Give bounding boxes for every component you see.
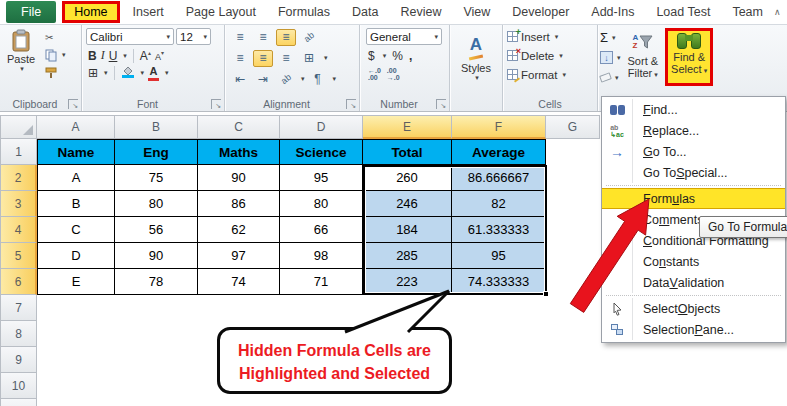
- dialog-launcher-icon[interactable]: ↘: [346, 99, 356, 109]
- dialog-launcher-icon[interactable]: ↘: [436, 99, 446, 109]
- cell-e1[interactable]: Total: [363, 139, 452, 165]
- shrink-font-button[interactable]: A▾: [155, 49, 164, 63]
- align-center-button-active[interactable]: ≡: [253, 50, 273, 67]
- clear-button[interactable]: ▾: [600, 69, 621, 86]
- increase-indent-button[interactable]: ⇥: [253, 71, 273, 88]
- cell-d5[interactable]: 98: [280, 243, 363, 269]
- text-direction-button[interactable]: ¶: [308, 71, 328, 88]
- font-size-combo[interactable]: 12▾: [176, 28, 211, 45]
- cell-d4[interactable]: 66: [280, 217, 363, 243]
- cell-a6[interactable]: E: [37, 269, 115, 295]
- tab-page-layout[interactable]: Page Layout: [175, 2, 267, 22]
- format-cells-button[interactable]: Format ▾: [505, 65, 595, 84]
- tab-insert[interactable]: Insert: [122, 2, 175, 22]
- cell-c3[interactable]: 86: [198, 191, 280, 217]
- tab-view[interactable]: View: [452, 2, 501, 22]
- menu-item-replace[interactable]: ab↳ac Replace...: [602, 120, 785, 141]
- italic-button[interactable]: I: [101, 48, 105, 63]
- accounting-format-button[interactable]: $: [368, 49, 375, 63]
- cell-b1[interactable]: Eng: [115, 139, 198, 165]
- menu-item-go-to[interactable]: → Go To...: [602, 141, 785, 162]
- cell-b3[interactable]: 80: [115, 191, 198, 217]
- column-header-b[interactable]: B: [115, 115, 198, 139]
- column-header-g[interactable]: G: [546, 115, 600, 139]
- styles-button[interactable]: A Styles ▾: [458, 27, 494, 84]
- paste-button[interactable]: Paste ▾: [2, 27, 40, 81]
- cell-a2[interactable]: A: [37, 165, 115, 191]
- menu-item-find[interactable]: Find...: [602, 99, 785, 120]
- row-header-10[interactable]: 10: [0, 373, 37, 399]
- align-right-button[interactable]: ≡: [276, 50, 296, 67]
- row-header-4-selected[interactable]: 4: [0, 217, 37, 243]
- cell-c1[interactable]: Maths: [198, 139, 280, 165]
- merge-center-button[interactable]: ⊞: [299, 50, 319, 67]
- cell-d3[interactable]: 80: [280, 191, 363, 217]
- tab-formulas[interactable]: Formulas: [267, 2, 341, 22]
- format-painter-button[interactable]: [43, 65, 69, 81]
- cell-f6[interactable]: 74.333333: [452, 269, 546, 295]
- dialog-launcher-icon[interactable]: ↘: [211, 99, 221, 109]
- cell-f2[interactable]: 86.666667: [452, 165, 546, 191]
- fill-button[interactable]: ↓▾: [600, 49, 621, 66]
- cell-b6[interactable]: 78: [115, 269, 198, 295]
- cell-b4[interactable]: 56: [115, 217, 198, 243]
- number-format-combo[interactable]: General▾: [366, 28, 442, 45]
- tab-developer[interactable]: Developer: [501, 2, 580, 22]
- cell-e3[interactable]: 246: [363, 191, 452, 217]
- cell-b5[interactable]: 90: [115, 243, 198, 269]
- menu-item-formulas-highlighted[interactable]: Formulas: [602, 188, 785, 209]
- cell-a1[interactable]: Name: [37, 139, 115, 165]
- row-header-6-selected[interactable]: 6: [0, 269, 37, 295]
- cell-f3[interactable]: 82: [452, 191, 546, 217]
- select-all-corner[interactable]: [0, 115, 37, 139]
- cut-button[interactable]: ✂: [43, 29, 69, 45]
- fill-color-button[interactable]: [121, 65, 135, 81]
- row-header-5-selected[interactable]: 5: [0, 243, 37, 269]
- orientation-button[interactable]: ab: [299, 29, 319, 46]
- tab-home-highlighted[interactable]: Home: [62, 1, 119, 23]
- column-header-c[interactable]: C: [198, 115, 280, 139]
- cell-f1[interactable]: Average: [452, 139, 546, 165]
- tab-data[interactable]: Data: [341, 2, 389, 22]
- dialog-launcher-icon[interactable]: ↘: [68, 99, 78, 109]
- row-header-3-selected[interactable]: 3: [0, 191, 37, 217]
- borders-button[interactable]: ⊞: [88, 66, 98, 80]
- menu-item-selection-pane[interactable]: Selection Pane...: [602, 319, 785, 340]
- column-header-d[interactable]: D: [280, 115, 363, 139]
- column-header-f-selected[interactable]: F: [452, 115, 546, 139]
- cell-f4[interactable]: 61.333333: [452, 217, 546, 243]
- cell-d2[interactable]: 95: [280, 165, 363, 191]
- cell-e5[interactable]: 285: [363, 243, 452, 269]
- cell-c2[interactable]: 90: [198, 165, 280, 191]
- cell-f5[interactable]: 95: [452, 243, 546, 269]
- tab-load-test[interactable]: Load Test: [645, 2, 721, 22]
- font-color-button[interactable]: A: [148, 66, 159, 81]
- align-bottom-button-active[interactable]: ≡: [276, 29, 296, 46]
- decrease-decimal-button[interactable]: .00→.0: [387, 67, 400, 81]
- insert-cells-button[interactable]: + Insert ▾: [505, 27, 595, 46]
- cell-a4[interactable]: C: [37, 217, 115, 243]
- sort-filter-button[interactable]: AZ Sort & Filter▾: [625, 27, 662, 86]
- menu-item-data-validation[interactable]: Data Validation: [602, 272, 785, 293]
- cell-a5[interactable]: D: [37, 243, 115, 269]
- row-header-2-selected[interactable]: 2: [0, 165, 37, 191]
- tab-review[interactable]: Review: [389, 2, 452, 22]
- tab-team[interactable]: Team: [721, 2, 774, 22]
- grow-font-button[interactable]: A▴: [140, 49, 151, 63]
- decrease-indent-button[interactable]: ⇤: [230, 71, 250, 88]
- row-header-9[interactable]: 9: [0, 347, 37, 373]
- tab-file[interactable]: File: [6, 1, 56, 23]
- menu-item-go-to-special[interactable]: Go To Special...: [602, 162, 785, 183]
- cell-e2-active[interactable]: 260: [363, 165, 452, 191]
- row-header-1[interactable]: 1: [0, 139, 37, 165]
- delete-cells-button[interactable]: × Delete ▾: [505, 46, 595, 65]
- cell-d1[interactable]: Science: [280, 139, 363, 165]
- font-name-combo[interactable]: Calibri▾: [86, 28, 174, 45]
- column-header-e-selected[interactable]: E: [363, 115, 452, 139]
- autosum-button[interactable]: Σ▾: [600, 29, 621, 46]
- collapse-ribbon-icon[interactable]: ∧: [774, 7, 781, 17]
- comma-style-button[interactable]: ,: [409, 49, 412, 63]
- menu-item-select-objects[interactable]: Select Objects: [602, 298, 785, 319]
- row-header-11[interactable]: 11: [0, 399, 37, 406]
- cell-c6[interactable]: 74: [198, 269, 280, 295]
